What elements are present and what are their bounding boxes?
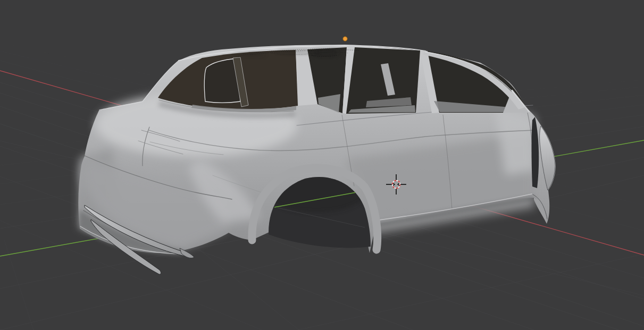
object-origin-indicator	[343, 37, 347, 41]
blender-3d-viewport[interactable]	[0, 0, 644, 330]
viewport-canvas[interactable]	[0, 0, 644, 330]
